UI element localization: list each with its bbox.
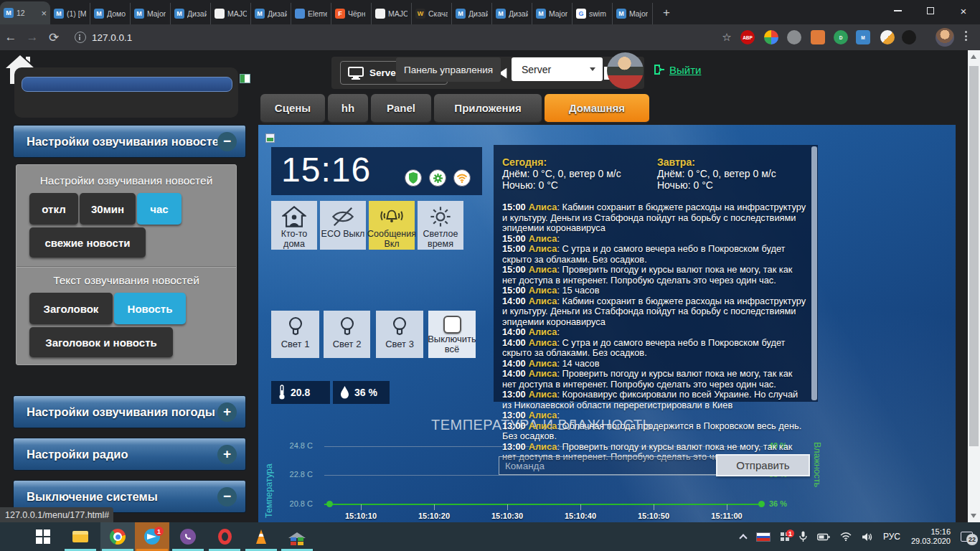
gnome-foot-extension-icon[interactable] — [902, 30, 916, 44]
close-button[interactable]: × — [947, 0, 980, 22]
sidebar-panel-weather-header[interactable]: Настройки озвучивания погоды + — [13, 395, 246, 428]
back-icon[interactable]: ← — [0, 30, 22, 44]
browser-tab[interactable]: W Скача — [412, 3, 452, 24]
gallery-extension-icon[interactable] — [880, 30, 895, 44]
all-off-button[interactable]: Выключить всё — [428, 311, 476, 358]
sidebar-panel-news-header[interactable]: Настройки озвучивания новостей − — [13, 125, 246, 158]
browser-profile-avatar[interactable] — [936, 28, 954, 47]
language-indicator[interactable]: РУС — [883, 532, 900, 542]
messages-toggle-button[interactable]: Сообщения Вкл — [369, 201, 415, 250]
news-interval-hour-button[interactable]: час — [137, 193, 182, 225]
wifi-tray-icon[interactable] — [840, 532, 852, 541]
tab-sceny[interactable]: Сцены — [260, 94, 325, 123]
server-select[interactable]: Server — [512, 57, 603, 81]
site-info-icon[interactable] — [75, 32, 86, 43]
file-explorer-icon[interactable] — [63, 522, 98, 551]
scroll-down-icon[interactable] — [971, 514, 976, 518]
browser-tab[interactable]: M Дизай — [251, 3, 291, 24]
tab-domashnyaya[interactable]: Домашняя — [545, 94, 649, 123]
news-interval-off-button[interactable]: откл — [29, 193, 78, 225]
start-button[interactable] — [26, 522, 60, 551]
expand-icon[interactable]: + — [217, 402, 237, 422]
tab-hh[interactable]: hh — [328, 94, 368, 123]
browser-tab[interactable]: F Чёрн — [331, 3, 372, 24]
maximize-button[interactable] — [914, 0, 947, 22]
page-scrollbar[interactable] — [968, 50, 980, 522]
light-2-button[interactable]: Свет 2 — [324, 311, 370, 358]
browser-tab[interactable]: MAJO — [211, 3, 251, 24]
browser-tab[interactable]: G swim — [573, 3, 613, 24]
browser-tab[interactable]: M Дизай — [492, 3, 532, 24]
panel-scrollbar[interactable] — [811, 146, 817, 400]
majordomo-home-icon[interactable] — [280, 522, 314, 551]
address-bar[interactable]: 127.0.0.1 — [92, 32, 132, 43]
volume-tray-icon[interactable] — [862, 532, 873, 542]
minimize-button[interactable] — [881, 0, 914, 22]
microphone-icon[interactable] — [799, 531, 807, 542]
news-text-news-button[interactable]: Новость — [114, 293, 186, 324]
settings-gear-icon[interactable] — [429, 169, 446, 187]
news-text-title-button[interactable]: Заголовок — [29, 293, 113, 324]
reload-icon[interactable]: ⟳ — [43, 30, 65, 45]
news-interval-30min-button[interactable]: 30мин — [80, 193, 136, 225]
light-3-button[interactable]: Свет 3 — [376, 311, 423, 358]
browser-tab[interactable]: M Major — [532, 3, 573, 24]
browser-tab[interactable]: M Дизай — [171, 3, 211, 24]
tab-title: Major — [549, 9, 567, 18]
fresh-news-button[interactable]: свежие новости — [29, 227, 146, 258]
eco-mode-button[interactable]: ECO Выкл — [320, 201, 366, 250]
hide-sidebar-icon[interactable] — [240, 74, 250, 83]
user-avatar[interactable] — [607, 52, 644, 89]
control-panel-button[interactable]: Панель управления — [396, 57, 501, 82]
chrome-icon[interactable] — [100, 522, 135, 551]
notebook-extension-icon[interactable] — [811, 30, 825, 44]
scroll-thumb[interactable] — [969, 66, 979, 446]
daylight-button[interactable]: Светлое время — [418, 201, 463, 250]
tab-prilozheniya[interactable]: Приложения — [434, 94, 542, 123]
adblock-extension-icon[interactable]: ABP — [740, 30, 755, 44]
tab-close-icon[interactable]: × — [41, 9, 47, 18]
browser-tab[interactable]: MAJO — [372, 3, 412, 24]
new-tab-button[interactable]: + — [657, 4, 676, 22]
browser-menu-icon[interactable] — [965, 31, 967, 41]
language-flag-icon[interactable] — [756, 532, 771, 542]
taskbar-clock[interactable]: 15:16 29.03.2020 — [911, 527, 951, 546]
opera-icon[interactable] — [207, 522, 242, 551]
palette-extension-icon[interactable] — [764, 30, 778, 44]
tab-favicon-glyph: M — [136, 11, 142, 17]
telegram-icon[interactable]: 1 — [135, 522, 169, 551]
swirl-extension-icon[interactable] — [787, 30, 801, 44]
vlc-icon[interactable] — [244, 522, 278, 551]
browser-tab[interactable]: Eleme — [291, 3, 331, 24]
tab-panel[interactable]: Panel — [371, 94, 431, 123]
browser-tab[interactable]: M 12 × — [0, 1, 50, 24]
send-button[interactable]: Отправить — [716, 454, 810, 476]
forward-icon[interactable]: → — [22, 30, 43, 44]
tray-expand-icon[interactable] — [740, 532, 746, 541]
news-text-both-button[interactable]: Заголовок и новость — [29, 327, 173, 357]
message-time: 14:00 — [502, 326, 526, 337]
browser-tab[interactable]: M Major — [613, 3, 653, 24]
majordomo-extension-icon[interactable]: M — [856, 30, 870, 44]
collapse-icon[interactable]: − — [217, 487, 237, 507]
viber-icon[interactable] — [171, 522, 205, 551]
bookmark-star-icon[interactable]: ☆ — [716, 31, 738, 44]
tray-app-icon[interactable]: 1 — [781, 532, 789, 541]
expand-icon[interactable]: + — [217, 445, 237, 464]
message-colon: : — [557, 202, 562, 212]
wifi-icon[interactable] — [453, 169, 471, 187]
browser-tab[interactable]: M Major — [131, 3, 171, 24]
browser-tab[interactable]: M (1) [M — [50, 3, 90, 24]
security-shield-icon[interactable] — [405, 169, 422, 187]
sidebar-panel-radio-header[interactable]: Настройки радио + — [13, 438, 246, 471]
battery-icon[interactable] — [817, 533, 830, 541]
browser-tab[interactable]: M Дизай — [452, 3, 492, 24]
d-extension-icon[interactable]: D — [834, 30, 848, 44]
notification-center-icon[interactable]: 22 — [961, 532, 973, 542]
collapse-icon[interactable]: − — [217, 132, 237, 151]
browser-tab[interactable]: M Домо — [90, 3, 131, 24]
logout-link[interactable]: Выйти — [653, 63, 701, 76]
light-1-button[interactable]: Свет 1 — [271, 311, 319, 358]
scroll-up-icon[interactable] — [971, 55, 976, 59]
somebody-home-button[interactable]: Кто-то дома — [271, 201, 317, 250]
